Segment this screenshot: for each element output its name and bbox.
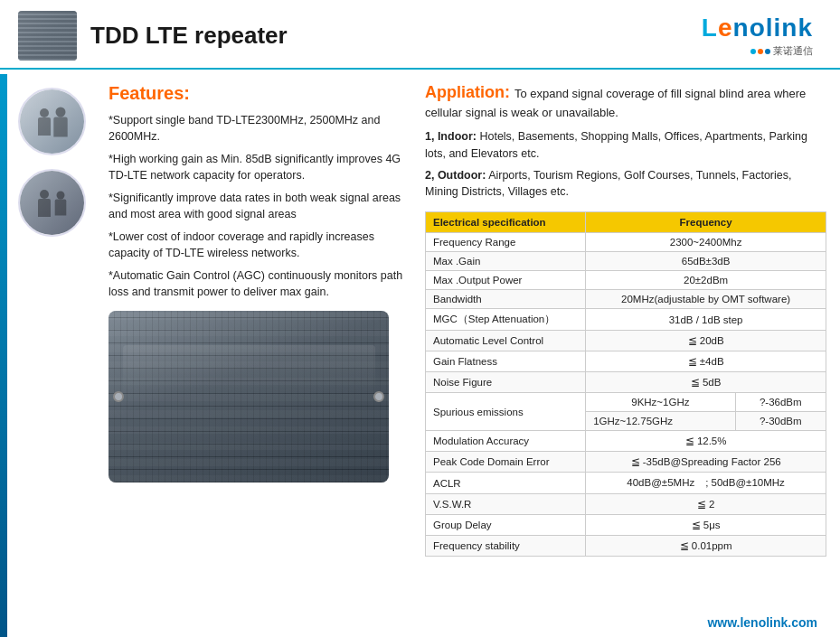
product-fins	[109, 311, 389, 482]
value-cell: ≦ -35dB@Spreading Factor 256	[586, 452, 826, 473]
left-sidebar	[0, 79, 104, 632]
param-cell: Peak Code Domain Error	[426, 452, 586, 473]
param-cell: Max .Gain	[426, 252, 586, 271]
spurious-val-2: ?-30dBm	[735, 412, 826, 431]
table-row: Automatic Level Control ≦ 20dB	[426, 331, 826, 351]
value-cell: 20±2dBm	[586, 271, 826, 290]
feature-item-3: *Significantly improve data rates in bot…	[109, 191, 416, 222]
spurious-freq-2: 1GHz~12.75GHz	[586, 412, 735, 431]
header-left: TDD LTE repeater	[18, 11, 288, 61]
table-row: Peak Code Domain Error ≦ -35dB@Spreading…	[426, 452, 826, 473]
value-cell: 65dB±3dB	[586, 252, 826, 271]
person-body	[54, 199, 66, 215]
value-cell: ≦ 5dB	[586, 372, 826, 393]
features-title: Features:	[109, 83, 416, 104]
product-highlight	[123, 345, 375, 397]
person-head	[55, 107, 65, 117]
table-row: Modulation Accuracy ≦ 12.5%	[426, 431, 826, 452]
param-cell: Modulation Accuracy	[426, 431, 586, 452]
product-connector-right	[373, 391, 384, 402]
value-cell: ≦ 20dB	[586, 331, 826, 351]
value-cell: ≦ ±4dB	[586, 351, 826, 372]
person-head	[40, 190, 49, 199]
table-row: Frequency Range 2300~2400Mhz	[426, 233, 826, 252]
value-cell: 31dB / 1dB step	[586, 309, 826, 331]
feature-item-5: *Automatic Gain Control (AGC) continuous…	[109, 268, 416, 300]
table-row: ACLR 40dB@±5MHz ; 50dB@±10MHz	[426, 473, 826, 494]
value-cell: 20MHz(adjustable by OMT software)	[586, 290, 826, 309]
person-body	[38, 199, 51, 217]
table-row: Noise Figure ≦ 5dB	[426, 372, 826, 393]
param-cell: V.S.W.R	[426, 494, 586, 515]
logo-dots	[750, 49, 770, 54]
param-frequency-stability: Frequency stability	[426, 536, 586, 557]
application-title-text: Appliation	[425, 83, 505, 101]
value-cell: 2300~2400Mhz	[586, 233, 826, 252]
table-row: Gain Flatness ≦ ±4dB	[426, 351, 826, 372]
product-image	[109, 311, 389, 482]
feature-item-4: *Lower cost of indoor coverage and rapid…	[109, 230, 416, 261]
param-cell: Spurious emissions	[426, 393, 586, 431]
application-title: Appliation: To expand signal coverage of…	[425, 83, 826, 121]
spec-col2-header: Frequency	[586, 212, 826, 233]
param-cell: ACLR	[426, 473, 586, 494]
value-cell: 40dB@±5MHz ; 50dB@±10MHz	[586, 473, 826, 494]
value-frequency-stability: ≦ 0.01ppm	[586, 536, 826, 557]
application-section: Appliation: To expand signal coverage of…	[425, 83, 826, 201]
application-indoor: 1, Indoor: Hotels, Basements, Shopping M…	[425, 128, 826, 163]
sidebar-circle-2	[18, 169, 86, 237]
value-cell: ≦ 12.5%	[586, 431, 826, 452]
person-1	[38, 108, 51, 136]
table-row: MGC（Step Attenuation） 31dB / 1dB step	[426, 309, 826, 331]
table-row: Group Delay ≦ 5μs	[426, 515, 826, 536]
person-body	[38, 117, 51, 136]
header-thumbnail	[18, 11, 77, 61]
spurious-val-1: ?-36dBm	[735, 393, 826, 412]
logo-dot-1	[750, 49, 756, 54]
feature-item-2: *High working gain as Min. 85dB signific…	[109, 152, 416, 183]
circle-image-1	[20, 89, 84, 154]
param-cell: Bandwidth	[426, 290, 586, 309]
person-group-2	[38, 190, 67, 217]
page-header: TDD LTE repeater Lenolink 莱诺通信	[0, 0, 840, 70]
logo-dot-2	[758, 49, 763, 54]
page-title: TDD LTE repeater	[90, 22, 288, 50]
table-row: Frequency stability ≦ 0.01ppm	[426, 536, 826, 557]
spurious-freq-1: 9KHz~1GHz	[586, 393, 735, 412]
param-cell: Noise Figure	[426, 372, 586, 393]
main-layout: Features: *Support single band TD-LTE230…	[0, 70, 840, 632]
left-content: Features: *Support single band TD-LTE230…	[109, 83, 416, 628]
logo-brand: Lenolink	[702, 14, 813, 42]
logo-tagline: 莱诺通信	[702, 44, 813, 58]
person-head	[56, 191, 64, 199]
param-cell: MGC（Step Attenuation）	[426, 309, 586, 331]
table-row: Spurious emissions 9KHz~1GHz ?-36dBm	[426, 393, 826, 412]
left-accent-bar	[0, 74, 7, 637]
product-connector-left	[113, 391, 124, 402]
value-cell: ≦ 2	[586, 494, 826, 515]
person-3	[38, 190, 51, 217]
feature-item-1: *Support single band TD-LTE2300MHz, 2500…	[109, 113, 416, 145]
logo-dot-3	[765, 49, 770, 54]
value-cell: ≦ 5μs	[586, 515, 826, 536]
table-row: Max .Gain 65dB±3dB	[426, 252, 826, 271]
table-row: V.S.W.R ≦ 2	[426, 494, 826, 515]
table-row: Bandwidth 20MHz(adjustable by OMT softwa…	[426, 290, 826, 309]
logo-chinese: 莱诺通信	[773, 44, 813, 58]
footer: www.lenolink.com	[707, 615, 817, 630]
person-head	[40, 108, 49, 117]
spec-col1-header: Electrical specification	[426, 212, 586, 233]
param-cell: Group Delay	[426, 515, 586, 536]
logo-area: Lenolink 莱诺通信	[702, 14, 813, 58]
content-area: Features: *Support single band TD-LTE230…	[104, 79, 840, 632]
param-cell: Automatic Level Control	[426, 331, 586, 351]
person-2	[53, 107, 67, 136]
application-outdoor: 2, Outdoor: Airports, Tourism Regions, G…	[425, 167, 826, 201]
spec-table: Electrical specification Frequency Frequ…	[425, 211, 826, 557]
person-body	[53, 117, 67, 136]
person-group-1	[38, 108, 67, 136]
sidebar-circle-1	[18, 88, 86, 155]
param-cell: Frequency Range	[426, 233, 586, 252]
param-cell: Gain Flatness	[426, 351, 586, 372]
param-cell: Max .Output Power	[426, 271, 586, 290]
